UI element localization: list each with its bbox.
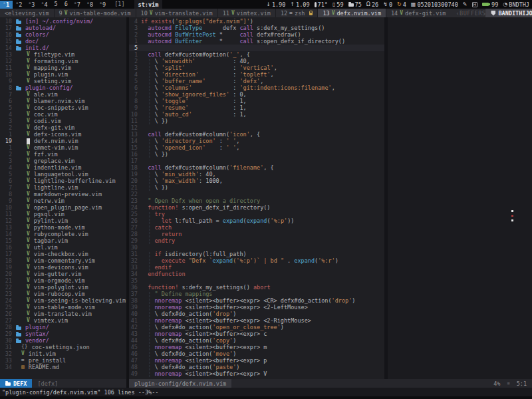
tree-item-plugin-config-[interactable]: 8plugin-config/ <box>0 84 126 91</box>
code-line[interactable]: 18 call defx#custom#column('filename', { <box>129 164 532 171</box>
tree-item--in-.config-nvim-[interactable]: 18[in] ~/.config/nvim/ <box>0 18 126 25</box>
code-line[interactable]: 10 ¦ \ 'auto_cd' : 1, <box>129 111 532 118</box>
tree-item-README.md[interactable]: 34▥README.md <box>0 364 126 370</box>
code-line[interactable]: 39 ¦ nnoremap <silent><buffer><expr> <2-… <box>129 304 532 311</box>
tree-item-tagbar.vim[interactable]: 15Vtagbar.vim <box>0 237 126 244</box>
code-line[interactable]: 22 <box>129 191 532 198</box>
tab-defx-git.vim[interactable]: 14Vdefx-git.vim <box>386 9 451 17</box>
tree-item-mapping.vim[interactable]: 11Vmapping.vim <box>0 65 126 71</box>
code-line[interactable]: 4if exists('g:plugs["defx.nvim"]') <box>129 18 532 25</box>
code-line[interactable]: 5 ¦ \ 'buffer_name' : 'defx', <box>129 78 532 84</box>
tree-item-emmet-vim.vim[interactable]: 1Vemmet-vim.vim <box>0 144 126 151</box>
tree-item-vim-table-mode.vim[interactable]: 25Vvim-table-mode.vim <box>0 304 126 311</box>
tmux-window-4[interactable]: ▫4 <box>38 1 51 9</box>
code-line[interactable]: 45 ¦ nnoremap <silent><buffer><expr> m <box>129 344 532 350</box>
tree-item-fzf.vim[interactable]: 2Vfzf.vim <box>0 151 126 158</box>
tree-item-colors-[interactable]: 16colors/ <box>0 31 126 38</box>
code-line[interactable]: 3 autocmd FileType defx call s:defx_my_s… <box>129 25 532 31</box>
code-line[interactable]: 35 <box>129 277 532 284</box>
code-line[interactable]: 13 call defx#custom#column('icon', { <box>129 131 532 138</box>
code-line[interactable]: 28 ¦ return <box>129 231 532 237</box>
code-line[interactable]: 33 ¦ endif <box>129 264 532 271</box>
code-line[interactable]: 37 ¦ " Define mappings <box>129 291 532 297</box>
tab-zsh[interactable]: 12≡zsh <box>275 9 317 17</box>
tree-item-syntax-[interactable]: 29syntax/ <box>0 331 126 337</box>
code-line[interactable]: 11 ¦ \ }) <box>129 118 532 124</box>
vim-command-line[interactable]: "plugin-config/defx.nvim.vim" 106 lines … <box>0 388 532 396</box>
tree-item-pgsql.vim[interactable]: 11Vpgsql.vim <box>0 211 126 217</box>
tree-item-vim-seeing-is-believing.vim[interactable]: 24Vvim-seeing-is-believing.vim <box>0 297 126 304</box>
tree-item-markdown-preview.vim[interactable]: 8Vmarkdown-preview.vim <box>0 191 126 198</box>
code-line[interactable]: 23 " Open Defx when open a directory <box>129 198 532 204</box>
code-line[interactable]: 15 ¦ \ 'opened_icon' : ' ', <box>129 144 532 151</box>
tmux-window-8[interactable]: ▫8 <box>84 1 96 9</box>
tmux-window-9[interactable]: ▫9 <box>96 1 109 9</box>
tree-item-vim-translate.vim[interactable]: 26Vvim-translate.vim <box>0 311 126 317</box>
code-editor-pane[interactable]: 4if exists('g:plugs["defx.nvim"]')3 auto… <box>129 17 532 379</box>
tree-item-lightline-bufferline.vim[interactable]: 6Vlightline-bufferline.vim <box>0 178 126 184</box>
code-line[interactable]: 42 ¦ \ defx#do_action('open_or_close_tre… <box>129 324 532 331</box>
code-line[interactable]: 47 ¦ nnoremap <silent><buffer><expr> p <box>129 357 532 364</box>
tmux-window-[1][interactable]: [1] <box>112 0 127 8</box>
tree-item-vim-polyglot.vim[interactable]: 22Vvim-polyglot.vim <box>0 284 126 291</box>
tree-item-setting.vim[interactable]: 9Vsetting.vim <box>0 78 126 84</box>
tree-item-pre-install[interactable]: 33≡pre_install <box>0 357 126 364</box>
tmux-window-6[interactable]: 6 <box>61 0 71 8</box>
tree-item-defx-git.vim[interactable]: 2Vdefx-git.vim <box>0 124 126 131</box>
code-line[interactable]: 5 <box>129 45 532 51</box>
code-line[interactable]: 7 ¦ \ 'show_ignored_files' : 0, <box>129 91 532 98</box>
code-line[interactable]: 25 ¦ try <box>129 211 532 217</box>
tree-item-indentline.vim[interactable]: 4Vindentline.vim <box>0 164 126 171</box>
tmux-window-5[interactable]: 5 <box>51 0 61 8</box>
tree-item-plugin-[interactable]: 28plugin/ <box>0 324 126 331</box>
code-line[interactable]: 36 function! s:defx_my_settings() abort <box>129 284 532 291</box>
tree-item-rubycomplete.vim[interactable]: 14Vrubycomplete.vim <box>0 231 126 237</box>
code-line[interactable]: 12 <box>129 124 532 131</box>
code-line[interactable]: 44 ¦ \ defx#do_action('copy') <box>129 337 532 344</box>
defx-file-tree-pane[interactable]: 18[in] ~/.config/nvim/17autoload/16color… <box>0 17 126 379</box>
tree-item-init.vim[interactable]: 32Vinit.vim <box>0 350 126 357</box>
tree-item-languagetool.vim[interactable]: 5Vlanguagetool.vim <box>0 171 126 178</box>
tree-item-vimtex.vim[interactable]: 27Vvimtex.vim <box>0 317 126 324</box>
code-line[interactable]: 2 autocmd BufWritePost * call defx#redra… <box>129 31 532 38</box>
code-line[interactable]: 46 ¦ \ defx#do_action('move') <box>129 350 532 357</box>
tmux-window-3[interactable]: ▫3 <box>25 1 38 9</box>
code-line[interactable]: 6 ¦ \ 'columns' : 'git:indent:icons:file… <box>129 84 532 91</box>
tree-item-defx.nvim.vim[interactable]: 19defx.nvim.vim <box>0 138 126 144</box>
tmux-window-2[interactable]: ▫2 <box>13 1 25 9</box>
tree-item-coc-snippets.vim[interactable]: 5Vcoc-snippets.vim <box>0 104 126 111</box>
tree-item-vendor-[interactable]: 30vendor/ <box>0 337 126 344</box>
tree-item-vim-gutter.vim[interactable]: 20Vvim-gutter.vim <box>0 271 126 277</box>
code-line[interactable]: 14 ¦ \ 'directory_icon' : ' ', <box>129 138 532 144</box>
tree-item-open-plugin-page.vim[interactable]: 10Vopen_plugin_page.vim <box>0 204 126 211</box>
tree-item-codi.vim[interactable]: 3Vcodi.vim <box>0 118 126 124</box>
tree-item-utl.vim[interactable]: 16Vutl.vim <box>0 244 126 251</box>
tree-item-vim-orgmode.vim[interactable]: 21Vvim-orgmode.vim <box>0 277 126 284</box>
code-line[interactable]: 1 autocmd BufEnter * call s:open_defx_if… <box>129 38 532 45</box>
tree-item-coc-settings.json[interactable]: 31{}coc-settings.json <box>0 344 126 350</box>
code-line[interactable]: 31 ¦ if isdirectory(l:full_path) <box>129 251 532 257</box>
code-line[interactable]: 41 ¦ nnoremap <silent><buffer><expr> <2-… <box>129 317 532 324</box>
tab-vimtex.vim[interactable]: 11Vvimtex.vim <box>217 9 275 17</box>
tree-item-formating.vim[interactable]: 12Vformating.vim <box>0 58 126 65</box>
tab-defx.nvim.vim[interactable]: 13Vdefx.nvim.vim <box>317 9 386 17</box>
code-line[interactable]: 2 ¦ \ 'winwidth' : 40, <box>129 58 532 65</box>
tree-item-doc-[interactable]: 15doc/ <box>0 38 126 45</box>
tree-item-vim-rubocop.vim[interactable]: 23Vvim-rubocop.vim <box>0 291 126 297</box>
tree-item-greplace.vim[interactable]: 3Vgreplace.vim <box>0 158 126 164</box>
code-line[interactable]: 49 ¦ nnoremap <silent><buffer><expr> V <box>129 370 532 377</box>
tree-item-coc.vim[interactable]: 4Vcoc.vim <box>0 111 126 118</box>
code-line[interactable]: 34 endfunction <box>129 271 532 277</box>
code-line[interactable]: 38 ¦ nnoremap <silent><buffer><expr> <CR… <box>129 297 532 304</box>
tree-item-autoload-[interactable]: 17autoload/ <box>0 25 126 31</box>
tab-<elieving.vim[interactable]: <elieving.vim <box>0 9 54 17</box>
code-line[interactable]: 16 ¦ \ }) <box>129 151 532 158</box>
tree-item-vim-commentary.vim[interactable]: 18Vvim-commentary.vim <box>0 257 126 264</box>
code-line[interactable]: 21 ¦ \ }) <box>129 184 532 191</box>
tree-item-vim-devicons.vim[interactable]: 19Vvim-devicons.vim <box>0 264 126 271</box>
tree-item-filetype.vim[interactable]: 13Vfiletype.vim <box>0 51 126 58</box>
code-line[interactable]: 1 call defx#custom#option('_', { <box>129 51 532 58</box>
tree-item-vim-checkbox.vim[interactable]: 17Vvim-checkbox.vim <box>0 251 126 257</box>
code-line[interactable]: 43 ¦ nnoremap <silent><buffer><expr> c <box>129 331 532 337</box>
tab-vim-table-mode.vim[interactable]: 9Vvim-table-mode.vim <box>54 9 136 17</box>
